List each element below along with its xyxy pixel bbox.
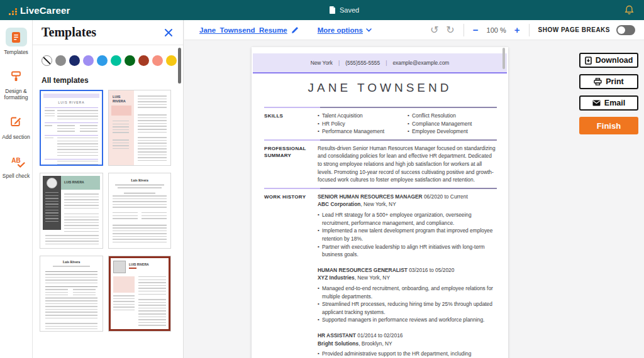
left-nav-rail: Templates Design & formatting Add sectio…	[0, 20, 33, 358]
template-thumbnail-pink-sidebar[interactable]: LUIS RIVERA	[108, 90, 171, 166]
nav-label: Templates	[4, 49, 28, 55]
rename-pencil-icon[interactable]	[291, 26, 299, 34]
color-swatch[interactable]	[166, 55, 177, 66]
all-templates-label: All templates	[33, 66, 183, 85]
file-name-link[interactable]: Jane_Townsend_Resume	[199, 26, 287, 34]
show-page-breaks-label: SHOW PAGE BREAKS	[538, 26, 611, 33]
edit-square-icon	[5, 112, 26, 131]
preview-scrollbar[interactable]	[502, 48, 505, 69]
contact-city: New York	[311, 60, 333, 66]
zoom-out-button[interactable]: −	[473, 25, 479, 35]
toolbar-divider	[464, 24, 464, 36]
print-label: Print	[606, 77, 623, 86]
finish-button[interactable]: Finish	[579, 117, 638, 134]
job-entry: HR ASSISTANT 01/2014 to 02/2016 Bright S…	[318, 332, 497, 358]
swatch-no-color[interactable]	[42, 55, 52, 66]
template-thumbnail-classic-serif[interactable]: Luis Rivera	[108, 173, 171, 249]
color-swatch[interactable]	[69, 55, 80, 66]
color-swatch[interactable]	[111, 55, 121, 66]
color-swatch[interactable]	[83, 55, 94, 66]
nav-label: Add section	[2, 134, 30, 140]
download-label: Download	[596, 56, 633, 65]
brand-name: LiveCareer	[20, 5, 70, 16]
thumb-name: Luis Rivera	[109, 178, 170, 182]
job-location: , Brooklyn, NY	[358, 340, 392, 347]
contact-separator: |	[386, 60, 387, 66]
summary-text: Results-driven Senior Human Resources Ma…	[318, 144, 497, 184]
bullet-item: Performance Management	[318, 127, 408, 136]
color-swatch[interactable]	[152, 55, 163, 66]
summary-section: PROFESSIONAL SUMMARY Results-driven Seni…	[252, 141, 508, 188]
more-options-label: More options	[318, 26, 363, 34]
color-swatch[interactable]	[97, 55, 108, 66]
toggle-knob	[618, 26, 625, 34]
chevron-down-icon	[366, 28, 372, 32]
contact-email: example@example.com	[392, 60, 449, 66]
color-swatch[interactable]	[55, 55, 66, 66]
notification-bell-icon[interactable]	[625, 5, 634, 18]
job-dates: 01/2014 to 02/2016	[357, 332, 402, 339]
section-label: SKILLS	[264, 112, 318, 136]
undo-button[interactable]: ↺	[430, 25, 438, 35]
nav-label: Spell check	[3, 173, 30, 179]
livecareer-logo[interactable]: LiveCareer	[9, 5, 70, 16]
contact-separator: |	[338, 60, 340, 66]
section-label: WORK HISTORY	[264, 193, 318, 358]
close-icon[interactable]	[164, 28, 173, 37]
spell-check-icon: AB	[6, 151, 27, 170]
bullet-item: Compliance Management	[408, 120, 497, 128]
panel-scrollbar[interactable]	[178, 48, 181, 84]
job-dates: 03/2016 to 05/2020	[409, 267, 454, 273]
document-toolbar: Jane_Townsend_Resume More options ↺ ↻ − …	[184, 20, 644, 40]
nav-item-design-formatting[interactable]: Design & formatting	[1, 67, 32, 100]
zoom-level: 100 %	[487, 26, 506, 34]
email-label: Email	[604, 99, 625, 107]
skills-column-1: Talent AcquisitionHR PolicyPerformance M…	[318, 112, 408, 136]
show-page-breaks-toggle[interactable]	[616, 25, 635, 35]
nav-item-templates[interactable]: Templates	[4, 28, 28, 55]
email-button[interactable]: Email	[579, 95, 638, 111]
color-swatches	[33, 45, 183, 66]
contact-phone: (555)555-5555	[345, 60, 380, 66]
thumb-name: LUIS RIVERA	[129, 263, 149, 266]
job-title: SENIOR HUMAN RESOURCES MANAGER	[318, 193, 423, 200]
job-company: XYZ Industries	[318, 274, 355, 281]
template-thumbnail-maroon-frame[interactable]: LUIS RIVERA	[108, 256, 171, 332]
job-bullets: Lead HR strategy for a 500+ employee org…	[318, 211, 497, 259]
job-location: , New York, NY	[355, 274, 390, 281]
job-dates: 06/2020 to Current	[424, 193, 468, 200]
bullet-item: HR Policy	[318, 120, 408, 128]
download-button[interactable]: Download	[579, 53, 638, 68]
bullet-item: Supported managers in performance review…	[318, 316, 497, 324]
job-title: HR ASSISTANT	[318, 332, 356, 339]
thumb-name: Luis Rivera	[40, 260, 103, 264]
job-entry: HUMAN RESOURCES GENERALIST 03/2016 to 05…	[318, 266, 497, 324]
thumb-name: LUIS RIVERA	[41, 100, 102, 104]
bullet-item: Lead HR strategy for a 500+ employee org…	[318, 211, 497, 227]
redo-button[interactable]: ↻	[446, 25, 454, 35]
job-bullets: Managed end-to-end recruitment, onboardi…	[318, 285, 497, 324]
nav-item-spell-check[interactable]: AB Spell check	[3, 151, 30, 179]
template-thumbnail-lavender[interactable]: LUIS RIVERA	[40, 90, 103, 166]
templates-icon	[6, 28, 27, 46]
bullet-item: Talent Acquisition	[318, 112, 408, 120]
zoom-in-button[interactable]: +	[514, 25, 520, 35]
job-entry: SENIOR HUMAN RESOURCES MANAGER 06/2020 t…	[318, 193, 497, 259]
bullet-item: Employee Development	[408, 127, 497, 136]
color-swatch[interactable]	[138, 55, 149, 66]
template-thumbnail-dark-sidebar[interactable]: LUIS RIVERA	[40, 173, 103, 249]
nav-item-add-section[interactable]: Add section	[2, 112, 30, 140]
color-swatch[interactable]	[125, 55, 135, 66]
logo-dots-icon	[9, 7, 18, 16]
print-button[interactable]: Print	[579, 74, 638, 89]
thumb-name: LUIS RIVERA	[113, 95, 128, 103]
more-options-menu[interactable]: More options	[318, 26, 372, 34]
resume-name: JANE TOWNSEND	[252, 81, 508, 95]
template-thumbnail-serif-rules[interactable]: Luis Rivera	[40, 256, 103, 332]
saved-label: Saved	[340, 6, 359, 14]
skills-section: SKILLS Talent AcquisitionHR PolicyPerfor…	[252, 108, 508, 139]
bullet-item: Streamlined HR processes, reducing hirin…	[318, 300, 497, 316]
resume-page[interactable]: New York | (555)555-5555 | example@examp…	[252, 47, 508, 358]
toolbar-divider	[529, 24, 530, 36]
job-location: , New York, NY	[360, 201, 396, 207]
